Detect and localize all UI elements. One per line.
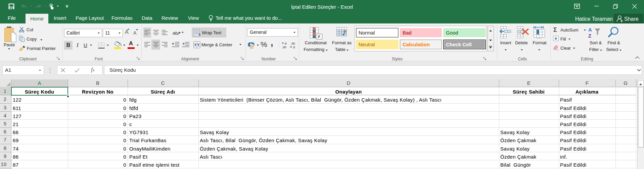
svg-text:ab: ab	[173, 31, 177, 36]
svg-text:.00: .00	[282, 46, 286, 49]
svg-text:A: A	[588, 27, 592, 33]
svg-text:≠: ≠	[318, 34, 320, 39]
svg-text:.0: .0	[284, 42, 287, 45]
svg-text:.0: .0	[292, 46, 295, 49]
svg-text:.00: .00	[291, 42, 295, 45]
svg-text:Z: Z	[588, 33, 591, 39]
